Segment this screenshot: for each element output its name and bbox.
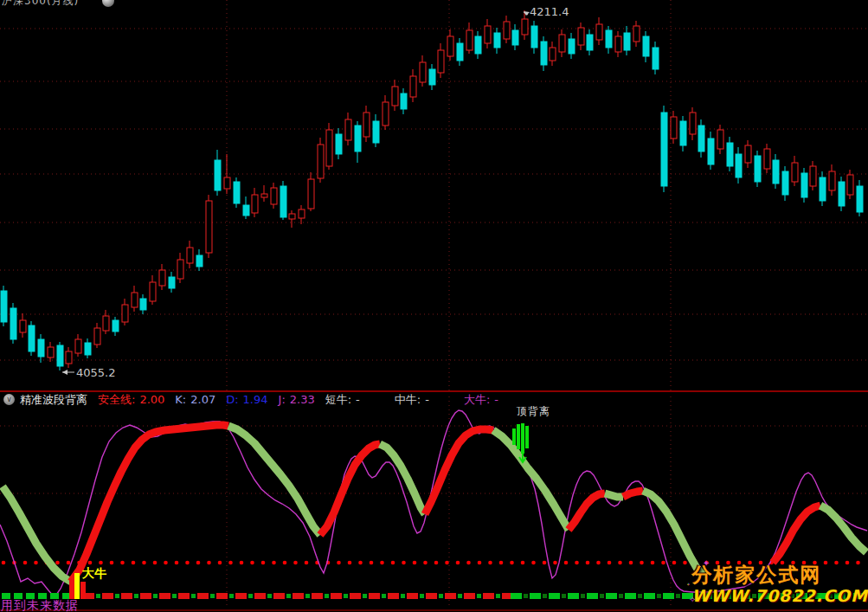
field-value: 2.07 bbox=[190, 393, 215, 406]
candle bbox=[615, 36, 621, 52]
candle bbox=[187, 248, 193, 263]
candle bbox=[94, 328, 100, 345]
field-label: 安全线: bbox=[98, 393, 135, 406]
candle bbox=[224, 177, 230, 189]
app-window: 沪深300(月线) 4211.4 4055.2 ∨ 精准波段背离 安全线:2.0… bbox=[0, 0, 868, 612]
candle bbox=[522, 19, 528, 35]
candle bbox=[438, 50, 444, 73]
candle bbox=[717, 130, 723, 149]
candle bbox=[336, 134, 342, 154]
candle bbox=[243, 205, 249, 216]
candle bbox=[764, 149, 770, 169]
candle bbox=[829, 171, 835, 190]
candle bbox=[653, 48, 659, 69]
candle bbox=[206, 201, 212, 253]
candle bbox=[429, 69, 435, 85]
candle bbox=[355, 126, 361, 151]
future-data-warning: 用到未来数据 bbox=[1, 598, 79, 612]
candle bbox=[596, 24, 602, 40]
main-chart-grid bbox=[0, 0, 868, 391]
high-price-annotation: 4211.4 bbox=[530, 5, 569, 18]
candle bbox=[727, 143, 733, 166]
candle bbox=[10, 308, 16, 339]
candle bbox=[38, 339, 44, 357]
candle bbox=[57, 345, 63, 366]
field-label: K: bbox=[175, 393, 186, 406]
candle bbox=[512, 30, 518, 45]
candle bbox=[587, 35, 593, 50]
logo-site-url: WWW.70822.COM bbox=[691, 586, 868, 605]
candle bbox=[792, 163, 798, 182]
candle bbox=[308, 179, 314, 209]
candles bbox=[1, 10, 863, 370]
candle bbox=[550, 48, 556, 61]
collapse-icon[interactable]: ∨ bbox=[3, 394, 15, 405]
indicator-field-short-bull: 短牛:- bbox=[325, 392, 360, 408]
candle bbox=[159, 270, 165, 286]
candle bbox=[392, 87, 398, 106]
field-value: - bbox=[356, 393, 360, 406]
candle bbox=[531, 26, 537, 48]
candle bbox=[345, 119, 351, 140]
indicator-field-mid-bull: 中牛:- bbox=[395, 392, 429, 408]
candle bbox=[671, 117, 677, 139]
logo-site-name: 分析家公式网 bbox=[691, 564, 821, 586]
candle bbox=[839, 182, 845, 206]
candle bbox=[606, 30, 612, 48]
candle bbox=[680, 121, 686, 145]
bull-signal-label: 大牛 bbox=[82, 566, 106, 582]
candle bbox=[177, 260, 183, 279]
candle bbox=[736, 154, 742, 177]
candle bbox=[401, 93, 407, 109]
watermark-logo: ✦ ✧ 分析家公式网 WWW.70822.COM bbox=[687, 557, 868, 612]
candle bbox=[569, 39, 575, 54]
field-value: - bbox=[494, 393, 498, 406]
candle bbox=[85, 343, 91, 355]
field-label: 中牛: bbox=[395, 393, 421, 406]
indicator-field-k: K:2.07 bbox=[175, 393, 215, 406]
indicator-name: 精准波段背离 bbox=[20, 392, 87, 408]
candle bbox=[169, 277, 175, 288]
candle bbox=[690, 113, 696, 134]
logo-text-block: 分析家公式网 WWW.70822.COM bbox=[691, 564, 868, 605]
candle bbox=[847, 175, 853, 195]
chart-canvas bbox=[0, 0, 868, 612]
candle bbox=[363, 113, 370, 137]
candle bbox=[643, 36, 649, 56]
candle bbox=[48, 347, 54, 358]
candle bbox=[578, 28, 584, 45]
candle bbox=[140, 299, 146, 310]
candle bbox=[745, 145, 751, 163]
candle bbox=[857, 186, 863, 212]
candle bbox=[383, 102, 389, 126]
candle bbox=[122, 305, 128, 322]
candle bbox=[447, 36, 453, 56]
candle bbox=[66, 351, 72, 364]
field-value: 1.94 bbox=[243, 393, 268, 406]
field-value: - bbox=[425, 393, 429, 406]
candle bbox=[299, 209, 305, 218]
candle bbox=[457, 43, 463, 61]
candle bbox=[661, 113, 667, 186]
candle bbox=[373, 121, 379, 143]
candle bbox=[326, 130, 332, 166]
candle bbox=[633, 26, 640, 42]
candle bbox=[708, 139, 714, 164]
sparkle-icon: ✧ bbox=[689, 595, 696, 604]
candle bbox=[504, 22, 510, 39]
field-value: 2.00 bbox=[139, 393, 164, 406]
candle bbox=[698, 126, 704, 151]
candle bbox=[132, 293, 138, 307]
candle bbox=[252, 195, 258, 213]
field-value: 2.33 bbox=[290, 393, 315, 406]
candle bbox=[410, 76, 416, 97]
candle bbox=[810, 166, 816, 186]
candle bbox=[820, 177, 826, 201]
candle bbox=[466, 30, 473, 50]
indicator-field-d: D:1.94 bbox=[226, 393, 267, 406]
field-label: 短牛: bbox=[325, 393, 351, 406]
candle bbox=[29, 325, 35, 351]
field-label: 大牛: bbox=[464, 393, 490, 406]
candle bbox=[75, 339, 81, 353]
candle bbox=[196, 255, 203, 267]
